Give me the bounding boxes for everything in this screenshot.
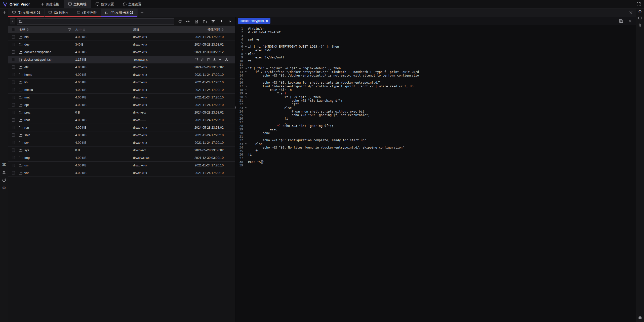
fold-toggle-icon[interactable] bbox=[244, 66, 248, 70]
swap-vertical-icon[interactable] bbox=[638, 23, 642, 27]
file-row[interactable]: etc4.00 KBdrwxr-xr-x2024-05-28 23:58:02 bbox=[8, 63, 235, 71]
fold-toggle-icon[interactable] bbox=[244, 95, 248, 99]
row-checkbox[interactable] bbox=[12, 141, 15, 144]
row-checkbox[interactable] bbox=[12, 126, 15, 129]
brand[interactable]: Orion Visor bbox=[3, 2, 30, 7]
file-row[interactable]: sbin4.00 KBdrwxr-xr-x2021-11-24 17:20:10 bbox=[8, 131, 235, 139]
file-row[interactable]: tmp4.00 KBdrwxrwxrwx2021-12-30 03:29:10 bbox=[8, 154, 235, 162]
file-row[interactable]: srv4.00 KBdrwxr-xr-x2021-11-24 17:20:10 bbox=[8, 139, 235, 147]
file-name[interactable]: etc bbox=[24, 65, 29, 69]
download-icon[interactable] bbox=[227, 18, 233, 24]
file-name[interactable]: usr bbox=[24, 164, 29, 167]
editor-file-tab[interactable]: docker-entrypoint.sh bbox=[238, 18, 270, 24]
row-checkbox[interactable] bbox=[12, 58, 15, 61]
upload-icon[interactable] bbox=[218, 18, 224, 24]
fold-toggle-icon[interactable] bbox=[244, 88, 248, 92]
settings-gear-icon[interactable]: ⚙ bbox=[2, 186, 6, 190]
row-checkbox[interactable] bbox=[12, 81, 15, 84]
code-editor[interactable]: 1#!/bin/sh2# vim:sw=4:ts=4:et34set -e56i… bbox=[236, 25, 636, 322]
file-row[interactable]: proc0 Bdr-xr-xr-x2024-05-28 23:58:02 bbox=[8, 109, 235, 116]
file-row[interactable]: docker-entrypoint.sh1.17 KB-rwxrwxr-x bbox=[8, 56, 235, 63]
terminal-panel-icon[interactable] bbox=[638, 17, 642, 20]
row-checkbox[interactable] bbox=[12, 164, 15, 167]
file-name[interactable]: var bbox=[24, 171, 29, 175]
file-name[interactable]: opt bbox=[24, 103, 29, 107]
delete-icon[interactable] bbox=[207, 58, 210, 61]
sort-mtime-icon[interactable] bbox=[222, 28, 224, 31]
close-icon[interactable] bbox=[629, 11, 633, 14]
permission-icon[interactable] bbox=[225, 58, 228, 61]
fold-toggle-icon[interactable] bbox=[244, 142, 248, 146]
file-row[interactable]: lib4.00 KBdrwxr-xr-x2021-11-24 17:20:10 bbox=[8, 79, 235, 86]
row-checkbox[interactable] bbox=[12, 73, 15, 76]
close-editor-icon[interactable] bbox=[627, 18, 633, 24]
session-tab-4[interactable]: (4) 应用-分析02 bbox=[101, 9, 137, 17]
move-icon[interactable] bbox=[219, 58, 222, 61]
row-checkbox[interactable] bbox=[12, 111, 15, 114]
session-tab-1[interactable]: (1) 应用-分析01 bbox=[8, 9, 45, 17]
file-row[interactable]: home4.00 KBdrwxr-xr-x2021-11-24 17:20:10 bbox=[8, 71, 235, 79]
filter-icon[interactable] bbox=[68, 28, 71, 31]
row-checkbox[interactable] bbox=[12, 88, 15, 91]
command-snippets-icon[interactable]: ⌘ bbox=[2, 163, 6, 167]
session-tab-3[interactable]: (3) 中间件 bbox=[73, 9, 101, 17]
nav-host-terminal[interactable]: 主机终端 bbox=[64, 0, 91, 8]
new-file-icon[interactable] bbox=[193, 18, 199, 24]
download-icon[interactable] bbox=[213, 58, 216, 61]
screenshot-camera-icon[interactable] bbox=[638, 316, 642, 319]
sync-icon[interactable] bbox=[2, 178, 6, 182]
fold-toggle-icon[interactable] bbox=[244, 85, 248, 88]
sort-name-icon[interactable] bbox=[27, 28, 29, 31]
file-name[interactable]: sbin bbox=[24, 133, 30, 137]
row-checkbox[interactable] bbox=[12, 35, 15, 39]
file-row[interactable]: media4.00 KBdrwxr-xr-x2021-11-24 17:20:1… bbox=[8, 86, 235, 94]
new-folder-icon[interactable] bbox=[202, 18, 208, 24]
braces-settings-icon[interactable]: {} bbox=[638, 10, 642, 14]
add-session-tab-button[interactable] bbox=[138, 9, 147, 17]
file-name[interactable]: proc bbox=[24, 111, 30, 114]
file-row[interactable]: docker-entrypoint.d4.00 KBdrwxr-xr-x2021… bbox=[8, 48, 235, 56]
copy-icon[interactable] bbox=[195, 58, 198, 61]
save-icon[interactable] bbox=[618, 18, 624, 24]
sort-size-icon[interactable] bbox=[83, 28, 85, 31]
delete-icon[interactable] bbox=[210, 18, 216, 24]
row-checkbox[interactable] bbox=[12, 50, 15, 54]
file-row[interactable]: sys0 Bdr-xr-xr-x2024-05-28 23:58:02 bbox=[8, 147, 235, 154]
select-all-checkbox[interactable] bbox=[12, 28, 15, 31]
file-name[interactable]: sys bbox=[24, 149, 29, 152]
row-checkbox[interactable] bbox=[12, 171, 15, 174]
file-name[interactable]: root bbox=[24, 118, 30, 122]
file-name[interactable]: docker-entrypoint.sh bbox=[24, 58, 52, 61]
session-tab-2[interactable]: (2) 数据库 bbox=[45, 9, 73, 17]
row-checkbox[interactable] bbox=[12, 133, 15, 137]
fold-toggle-icon[interactable] bbox=[244, 92, 248, 95]
row-checkbox[interactable] bbox=[12, 156, 15, 159]
refresh-icon[interactable] bbox=[177, 18, 183, 24]
file-row[interactable]: dev340 Bdrwxr-xr-x2024-05-28 23:58:02 bbox=[8, 41, 235, 48]
file-row[interactable]: root4.00 KBdrwx------2021-11-24 17:20:10 bbox=[8, 116, 235, 124]
file-row[interactable]: mnt4.00 KBdrwxr-xr-x2021-11-24 17:20:10 bbox=[8, 94, 235, 101]
file-name[interactable]: bin bbox=[24, 35, 29, 39]
splitter-handle[interactable] bbox=[235, 17, 236, 322]
nav-display-settings[interactable]: 显示设置 bbox=[91, 0, 118, 8]
new-terminal-tab-button[interactable] bbox=[0, 9, 8, 17]
file-name[interactable]: media bbox=[24, 88, 33, 92]
file-name[interactable]: mnt bbox=[24, 96, 30, 99]
edit-icon[interactable] bbox=[201, 58, 204, 61]
row-checkbox[interactable] bbox=[12, 118, 15, 122]
file-name[interactable]: tmp bbox=[24, 156, 30, 160]
row-checkbox[interactable] bbox=[12, 65, 15, 69]
file-name[interactable]: dev bbox=[24, 43, 29, 46]
file-row[interactable]: opt4.00 KBdrwxr-xr-x2021-11-24 17:20:10 bbox=[8, 101, 235, 109]
fold-toggle-icon[interactable] bbox=[244, 45, 248, 48]
path-input[interactable] bbox=[24, 20, 172, 23]
nav-theme-settings[interactable]: 主题设置 bbox=[118, 0, 146, 8]
file-name[interactable]: lib bbox=[24, 81, 28, 84]
fold-toggle-icon[interactable] bbox=[244, 52, 248, 56]
file-name[interactable]: docker-entrypoint.d bbox=[24, 50, 51, 54]
file-row[interactable]: usr4.00 KBdrwxr-xr-x2021-11-24 17:20:10 bbox=[8, 162, 235, 169]
file-name[interactable]: run bbox=[24, 126, 29, 129]
user-icon[interactable] bbox=[2, 170, 6, 174]
file-name[interactable]: home bbox=[24, 73, 32, 77]
preview-eye-icon[interactable] bbox=[185, 18, 191, 24]
